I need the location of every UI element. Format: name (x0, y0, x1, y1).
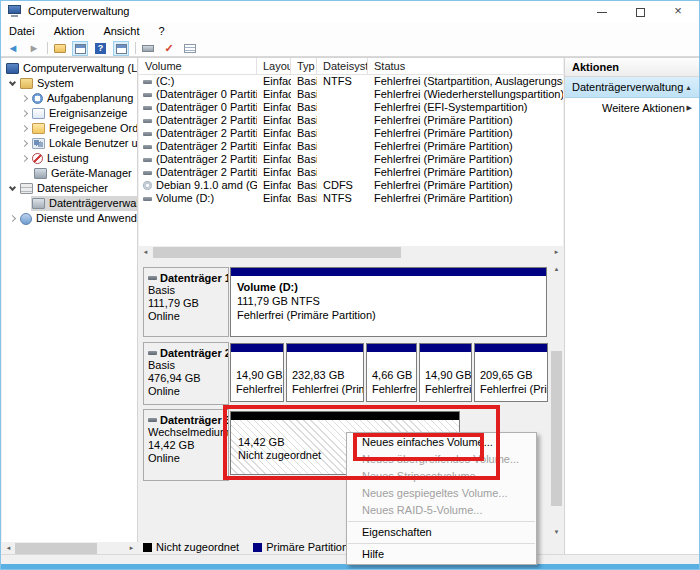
tree-item-geraete-manager[interactable]: Geräte-Manager (2, 166, 137, 181)
menu-aktion[interactable]: Aktion (54, 23, 85, 40)
chevron-down-icon[interactable] (9, 79, 16, 86)
menu-separator (348, 543, 535, 544)
column-header-typ[interactable]: Typ (291, 58, 317, 74)
scroll-right-button[interactable]: ► (550, 246, 563, 259)
partition[interactable]: 209,65 GB Fehlerfrei (Primär (474, 343, 548, 402)
chevron-right-icon[interactable] (21, 125, 28, 132)
volume-row[interactable]: (Datenträger 2 Partition 1) Einfach Basi… (139, 114, 563, 127)
list-horizontal-scrollbar[interactable]: ◄ ► (139, 246, 563, 259)
chevron-right-icon[interactable] (9, 215, 16, 222)
forward-button[interactable]: ► (26, 41, 42, 56)
primary-partition-band (231, 268, 546, 276)
chevron-right-icon[interactable] (21, 95, 28, 102)
toolbar-separator (47, 42, 48, 54)
shared-folders-icon (32, 123, 45, 134)
toolbar-separator (135, 42, 136, 54)
scroll-down-button[interactable]: ▼ (550, 526, 563, 539)
volume-row[interactable]: (Datenträger 0 Partition 1) Einfach Basi… (139, 88, 563, 101)
tree-item-system[interactable]: System (2, 76, 137, 91)
volume-row[interactable]: (Datenträger 0 Partition 2) Einfach Basi… (139, 101, 563, 114)
volume-row[interactable]: Debian 9.1.0 amd (G:) Einfach Basis CDFS… (139, 179, 563, 192)
volume-row[interactable]: (C:) Einfach Basis NTFS Fehlerfrei (Star… (139, 75, 563, 88)
tree-item-label: Dienste und Anwendungen (36, 211, 137, 226)
disk-name: Datenträger 2 (160, 347, 229, 359)
chevron-down-icon[interactable] (9, 184, 16, 191)
disk-icon (148, 351, 157, 355)
volume-name: (Datenträger 2 Partition 5) (156, 166, 257, 179)
menu-ansicht[interactable]: Ansicht (103, 23, 139, 40)
disk-status: Online (148, 310, 226, 323)
volume-icon (143, 106, 152, 110)
partition-volume-d[interactable]: Volume (D:) 111,79 GB NTFS Fehlerfrei (P… (230, 267, 547, 337)
disk-3-label[interactable]: Datenträger 3 Wechselmedium (E: 14,42 GB… (143, 409, 229, 481)
tree-item-dienste[interactable]: Dienste und Anwendungen (2, 211, 137, 226)
console-tree: Computerverwaltung (Lokal) System Aufgab… (2, 58, 138, 542)
partition[interactable]: 14,90 GB Fehlerfrei (Pr (230, 343, 284, 402)
close-button[interactable]: × (661, 1, 695, 23)
tree-item-lokale-benutzer[interactable]: Lokale Benutzer und Gru (2, 136, 137, 151)
rescan-disks-button[interactable]: ✓ (161, 41, 177, 56)
volume-row[interactable]: (Datenträger 2 Partition 2) Einfach Basi… (139, 127, 563, 140)
scrollbar-thumb[interactable] (15, 543, 97, 554)
volume-row[interactable]: (Datenträger 2 Partition 3) Einfach Basi… (139, 140, 563, 153)
show-action-pane-button[interactable] (113, 41, 129, 56)
tree-item-ereignisanzeige[interactable]: Ereignisanzeige (2, 106, 137, 121)
maximize-button[interactable] (623, 1, 657, 23)
volume-row[interactable]: Volume (D:) Einfach Basis NTFS Fehlerfre… (139, 192, 563, 205)
volume-icon (143, 119, 152, 123)
export-list-button[interactable] (52, 41, 68, 56)
menu-item-hilfe[interactable]: Hilfe (347, 546, 536, 563)
volume-row[interactable]: (Datenträger 2 Partition 4) Einfach Basi… (139, 153, 563, 166)
column-header-volume[interactable]: Volume (139, 58, 257, 74)
primary-partition-band (367, 344, 416, 352)
actions-group-label: Datenträgerverwaltung (572, 81, 683, 93)
disk-status: Online (148, 452, 226, 465)
menu-item-neues-gespiegeltes-volume: Neues gespiegeltes Volume... (347, 485, 536, 502)
disk-status: Online (148, 385, 226, 398)
volume-row[interactable]: (Datenträger 2 Partition 5) Einfach Basi… (139, 166, 563, 179)
tree-item-computerverwaltung[interactable]: Computerverwaltung (Lokal) (2, 61, 137, 76)
partition[interactable]: 14,90 GB Fehlerfrei (Pr (419, 343, 472, 402)
disk-vertical-scrollbar[interactable]: ▲ ▼ (550, 263, 563, 539)
primary-partition-band (231, 344, 283, 352)
tree-item-datentraegerverwaltung[interactable]: Datenträgerverwaltung (2, 196, 137, 211)
back-button[interactable]: ◄ (5, 41, 21, 56)
tree-item-aufgabenplanung[interactable]: Aufgabenplanung (2, 91, 137, 106)
show-console-tree-button[interactable] (72, 41, 88, 56)
partition[interactable]: 232,83 GB Fehlerfrei (Primär (286, 343, 364, 402)
partition-title: Volume (D:) (237, 281, 298, 293)
chevron-right-icon[interactable] (21, 140, 28, 147)
tree-item-datenspeicher[interactable]: Datenspeicher (2, 181, 137, 196)
chevron-right-icon[interactable] (21, 155, 28, 162)
title-bar[interactable]: Computerverwaltung × (1, 1, 699, 23)
disk-1-label[interactable]: Datenträger 1 Basis 111,79 GB Online (143, 267, 229, 337)
column-header-status[interactable]: Status (368, 58, 563, 74)
menu-datei[interactable]: Datei (9, 23, 35, 40)
disk-2-label[interactable]: Datenträger 2 Basis 476,94 GB Online (143, 342, 229, 405)
column-header-dateisystem[interactable]: Dateisystem (317, 58, 368, 74)
properties-button[interactable] (182, 41, 198, 56)
menu-item-neues-einfaches-volume[interactable]: Neues einfaches Volume... (347, 434, 536, 451)
scroll-left-button[interactable]: ◄ (139, 246, 152, 259)
volume-list: Volume Layout Typ Dateisystem Status (C:… (139, 58, 563, 246)
volume-icon (143, 171, 152, 175)
drive-tool-icon (142, 45, 154, 52)
menu-help[interactable]: ? (159, 23, 165, 40)
help-button[interactable]: ? (93, 41, 109, 56)
change-drive-letter-button[interactable] (140, 41, 156, 56)
scrollbar-thumb[interactable] (153, 247, 401, 258)
more-actions-item[interactable]: Weitere Aktionen ▶ (565, 98, 700, 118)
column-header-layout[interactable]: Layout (257, 58, 291, 74)
minimize-button[interactable] (585, 1, 619, 23)
cd-icon (143, 181, 152, 190)
menu-item-eigenschaften[interactable]: Eigenschaften (347, 524, 536, 541)
chevron-right-icon[interactable] (21, 110, 28, 117)
collapse-icon[interactable]: ▲ (685, 77, 692, 98)
partition[interactable]: 4,66 GB Fehlerfrei ( (366, 343, 417, 402)
tree-item-label: Lokale Benutzer und Gru (49, 136, 137, 151)
actions-group-datentraegerverwaltung[interactable]: Datenträgerverwaltung ▲ (565, 77, 700, 98)
scroll-up-button[interactable]: ▲ (550, 263, 563, 276)
scrollbar-thumb[interactable] (551, 351, 562, 506)
tree-item-leistung[interactable]: Leistung (2, 151, 137, 166)
tree-item-freigegebene-ordner[interactable]: Freigegebene Ordner (2, 121, 137, 136)
